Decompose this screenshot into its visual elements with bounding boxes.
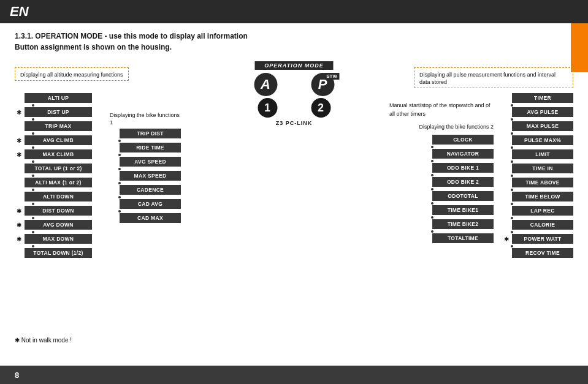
right-mid-2-desc: Displaying the bike functions 2 <box>419 122 494 131</box>
list-item: RECOV TIME <box>502 248 573 258</box>
list-item: CADENCE <box>110 185 181 195</box>
list-item: CLOCK <box>422 135 494 145</box>
list-item: NAVIGATOR <box>422 149 494 159</box>
top-bar: EN <box>0 0 588 23</box>
section-title: 1.3.1. OPERATION MODE - use this mode to… <box>15 31 573 53</box>
stw-badge: STW <box>324 73 339 80</box>
list-item: AVG PULSE <box>502 107 573 117</box>
mode-a-circle: A <box>254 73 277 96</box>
list-item: LAP REC <box>502 206 573 216</box>
list-item: ✱POWER WATT <box>502 234 573 244</box>
list-item: ODOTOTAL <box>422 191 494 201</box>
list-item: TIME ABOVE <box>502 178 573 187</box>
list-item: ALTI MAX (1 or 2) <box>15 178 92 187</box>
list-item: TIME BELOW <box>502 192 573 201</box>
page-title: EN <box>10 4 29 20</box>
list-item: ALTI UP <box>15 93 92 103</box>
pc-link-label: Z3 PC-LINK <box>276 120 313 126</box>
list-item: ✱MAX CLIMB <box>15 149 92 159</box>
left-desc-box: Displaying all altitude measuring functi… <box>15 67 129 81</box>
stw-desc: Manual start/stop of the stopwatch and o… <box>389 101 494 118</box>
list-item: TOTAL UP (1 or 2) <box>15 164 92 173</box>
list-item: MAX PULSE <box>502 121 573 131</box>
list-item: ODO BIKE 2 <box>422 177 494 187</box>
list-item: CALORIE <box>502 220 573 230</box>
list-item: CAD MAX <box>110 213 181 223</box>
list-item: ✱AVG DOWN <box>15 220 92 230</box>
list-item: TRIP MAX <box>15 121 92 131</box>
list-item: TIME BIKE1 <box>422 205 494 215</box>
num-2-circle: 2 <box>311 98 330 118</box>
mid-left-column: TRIP DIST RIDE TIME AVG SPEED MAX SPEED … <box>110 129 181 224</box>
mid-right-column: CLOCK NAVIGATOR ODO BIKE 1 ODO BIKE 2 OD… <box>422 135 494 244</box>
list-item: TIMER <box>502 93 573 103</box>
list-item: TOTALTIME <box>422 233 494 243</box>
list-item: TOTAL DOWN (1/2) <box>15 248 92 258</box>
op-mode-label: OPERATION MODE <box>254 61 333 70</box>
list-item: PULSE MAX% <box>502 135 573 145</box>
list-item: ✱AVG CLIMB <box>15 135 92 145</box>
num-1-circle: 1 <box>258 98 277 118</box>
left-column: ALTI UP ✱DIST UP TRIP MAX ✱AVG CLIMB ✱MA… <box>15 93 92 259</box>
list-item: MAX SPEED <box>110 171 181 181</box>
list-item: AVG SPEED <box>110 157 181 167</box>
right-column: TIMER AVG PULSE MAX PULSE PULSE MAX% LIM… <box>502 93 573 259</box>
note: ✱ Not in walk mode ! <box>15 337 72 344</box>
list-item: ODO BIKE 1 <box>422 163 494 173</box>
list-item: CAD AVG <box>110 199 181 209</box>
main-layout: 1.3.1. OPERATION MODE - use this mode to… <box>0 31 588 366</box>
center-diagram: OPERATION MODE A P STW 1 2 Z3 PC-LINK <box>254 61 334 126</box>
footer: 8 <box>0 366 588 384</box>
list-item: TIME IN <box>502 164 573 173</box>
mid-left-desc: Displaying the bike functions 1 <box>110 111 183 126</box>
list-item: ✱DIST UP <box>15 107 92 117</box>
list-item: LIMIT <box>502 149 573 159</box>
list-item: RIDE TIME <box>110 143 181 152</box>
right-desc-box: Displaying all pulse measurement functio… <box>414 67 573 88</box>
list-item: TRIP DIST <box>110 129 181 138</box>
list-item: TIME BIKE2 <box>422 219 494 229</box>
list-item: ALTI DOWN <box>15 192 92 201</box>
list-item: ✱MAX DOWN <box>15 234 92 244</box>
list-item: ✱DIST DOWN <box>15 206 92 216</box>
page-number: 8 <box>15 371 19 380</box>
